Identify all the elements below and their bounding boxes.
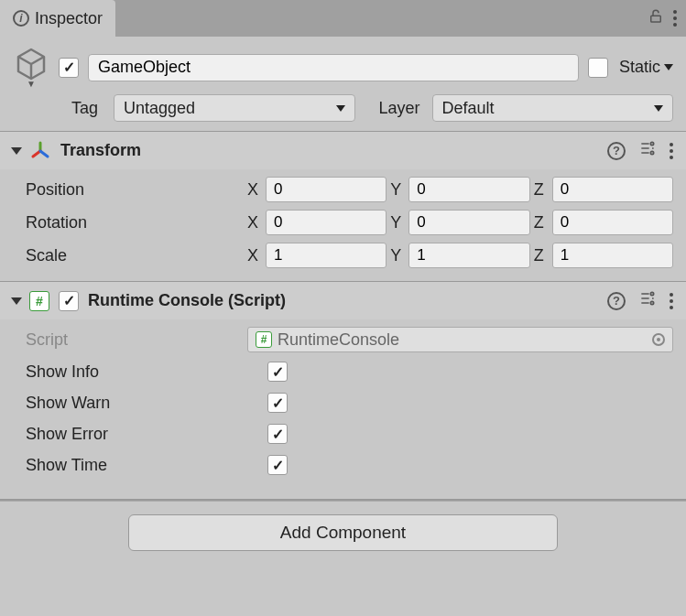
script-icon: # bbox=[256, 331, 272, 348]
position-y-input[interactable] bbox=[408, 177, 529, 202]
show-time-checkbox[interactable] bbox=[267, 455, 288, 475]
static-dropdown[interactable]: Static bbox=[617, 58, 673, 77]
position-x-input[interactable] bbox=[266, 177, 387, 202]
component-enabled-checkbox[interactable] bbox=[59, 291, 79, 311]
chevron-down-icon bbox=[664, 64, 673, 70]
scale-z-input[interactable] bbox=[552, 243, 673, 268]
active-checkbox[interactable] bbox=[59, 58, 79, 78]
tag-dropdown[interactable]: Untagged bbox=[114, 94, 355, 122]
transform-icon bbox=[29, 140, 51, 162]
foldout-icon[interactable] bbox=[11, 147, 22, 155]
show-info-checkbox[interactable] bbox=[267, 362, 288, 382]
svg-point-2 bbox=[650, 151, 653, 154]
show-error-checkbox[interactable] bbox=[267, 424, 288, 444]
gameobject-header: ▼ Static bbox=[0, 37, 686, 91]
tag-label: Tag bbox=[71, 99, 106, 118]
script-icon: # bbox=[29, 291, 49, 311]
scale-row: Scale X Y Z bbox=[26, 239, 673, 272]
tag-layer-row: Tag Untagged Layer Default bbox=[0, 91, 686, 131]
rotation-z-input[interactable] bbox=[552, 210, 673, 235]
tab-bar: i Inspector bbox=[0, 0, 686, 37]
show-error-row: Show Error bbox=[26, 418, 673, 449]
svg-point-1 bbox=[650, 142, 653, 145]
show-info-row: Show Info bbox=[26, 356, 673, 387]
transform-header: Transform ? bbox=[0, 132, 686, 169]
transform-component: Transform ? Position X Y Z Rotation X Y … bbox=[0, 131, 686, 281]
script-row: Script # RuntimeConsole bbox=[26, 323, 673, 356]
layer-dropdown[interactable]: Default bbox=[432, 94, 674, 122]
inspector-tab[interactable]: i Inspector bbox=[0, 0, 115, 37]
lock-icon[interactable] bbox=[648, 8, 664, 29]
svg-point-4 bbox=[650, 301, 653, 304]
show-warn-row: Show Warn bbox=[26, 387, 673, 418]
foldout-icon[interactable] bbox=[11, 297, 22, 305]
scale-y-input[interactable] bbox=[408, 243, 529, 268]
layer-label: Layer bbox=[379, 99, 425, 118]
object-picker-icon[interactable] bbox=[652, 333, 665, 346]
position-z-input[interactable] bbox=[552, 177, 673, 202]
static-checkbox[interactable] bbox=[588, 58, 608, 78]
runtime-console-component: # Runtime Console (Script) ? Script # Ru… bbox=[0, 281, 686, 490]
scale-x-input[interactable] bbox=[266, 243, 387, 268]
tab-menu-icon[interactable] bbox=[673, 10, 677, 27]
chevron-down-icon bbox=[654, 105, 663, 112]
gameobject-name-input[interactable] bbox=[88, 54, 579, 81]
runtime-console-title: Runtime Console (Script) bbox=[88, 291, 598, 310]
tab-title: Inspector bbox=[35, 9, 103, 28]
transform-title: Transform bbox=[60, 141, 598, 160]
component-menu-icon[interactable] bbox=[670, 143, 673, 159]
add-component-button[interactable]: Add Component bbox=[128, 514, 558, 551]
position-row: Position X Y Z bbox=[26, 173, 673, 206]
preset-icon[interactable] bbox=[638, 289, 657, 312]
info-icon: i bbox=[13, 10, 29, 27]
rotation-y-input[interactable] bbox=[408, 210, 529, 235]
rotation-row: Rotation X Y Z bbox=[26, 206, 673, 239]
component-menu-icon[interactable] bbox=[670, 293, 673, 309]
svg-point-3 bbox=[650, 292, 653, 295]
help-icon[interactable]: ? bbox=[607, 292, 626, 310]
help-icon[interactable]: ? bbox=[607, 142, 626, 160]
gameobject-icon[interactable] bbox=[13, 46, 49, 82]
preset-icon[interactable] bbox=[638, 139, 657, 162]
chevron-down-icon bbox=[336, 105, 345, 112]
script-object-field: # RuntimeConsole bbox=[247, 327, 673, 352]
svg-rect-0 bbox=[651, 16, 661, 22]
runtime-console-header: # Runtime Console (Script) ? bbox=[0, 282, 686, 319]
rotation-x-input[interactable] bbox=[266, 210, 387, 235]
icon-dropdown-icon[interactable]: ▼ bbox=[27, 79, 36, 89]
show-time-row: Show Time bbox=[26, 449, 673, 481]
show-warn-checkbox[interactable] bbox=[267, 393, 288, 413]
